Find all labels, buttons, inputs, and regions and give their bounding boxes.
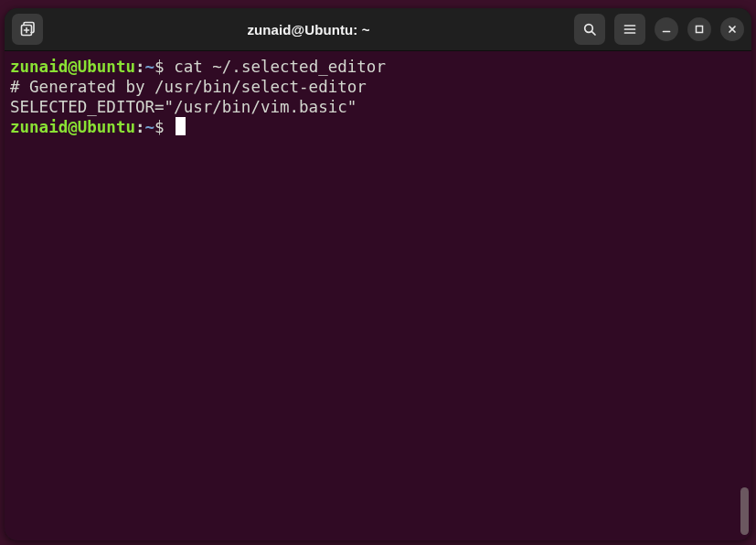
menu-button[interactable] <box>614 14 645 45</box>
minimize-button[interactable] <box>655 17 678 41</box>
terminal-output-line: # Generated by /usr/bin/select-editor <box>10 77 746 97</box>
prompt-user-host: zunaid@Ubuntu <box>10 118 135 136</box>
scrollbar-thumb[interactable] <box>740 487 749 535</box>
hamburger-icon <box>623 22 637 37</box>
prompt-colon: : <box>135 118 145 136</box>
output-text: # Generated by /usr/bin/select-editor <box>10 78 367 96</box>
terminal-window: zunaid@Ubuntu: ~ <box>5 8 751 540</box>
maximize-icon <box>694 24 705 35</box>
svg-rect-7 <box>697 27 703 33</box>
new-tab-icon <box>19 21 36 37</box>
terminal-line: zunaid@Ubuntu:~$ cat ~/.selected_editor <box>10 57 746 77</box>
search-button[interactable] <box>574 14 605 45</box>
command-text: cat ~/.selected_editor <box>174 58 386 76</box>
minimize-icon <box>661 24 672 35</box>
prompt-dollar: $ <box>154 58 174 76</box>
prompt-path: ~ <box>145 118 155 136</box>
titlebar-left-group <box>12 14 43 45</box>
prompt-path: ~ <box>145 58 155 76</box>
close-icon <box>727 24 738 35</box>
output-text: SELECTED_EDITOR="/usr/bin/vim.basic" <box>10 98 357 116</box>
prompt-colon: : <box>135 58 145 76</box>
new-tab-button[interactable] <box>12 14 43 45</box>
titlebar: zunaid@Ubuntu: ~ <box>5 8 751 51</box>
window-title: zunaid@Ubuntu: ~ <box>50 22 567 37</box>
close-button[interactable] <box>720 17 744 41</box>
cursor <box>176 117 186 135</box>
maximize-button[interactable] <box>687 17 711 41</box>
svg-line-2 <box>591 31 595 35</box>
terminal-output-line: SELECTED_EDITOR="/usr/bin/vim.basic" <box>10 97 746 117</box>
terminal-body[interactable]: zunaid@Ubuntu:~$ cat ~/.selected_editor … <box>5 51 751 540</box>
terminal-line: zunaid@Ubuntu:~$ <box>10 117 746 137</box>
prompt-dollar: $ <box>154 118 174 136</box>
search-icon <box>582 22 597 37</box>
titlebar-right-group <box>574 14 744 45</box>
prompt-user-host: zunaid@Ubuntu <box>10 58 135 76</box>
